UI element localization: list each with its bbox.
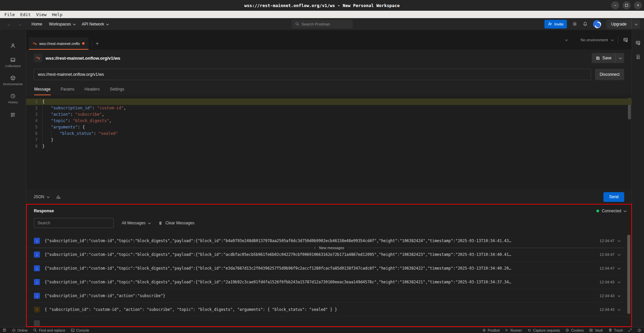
- statusbar-find-and-replace[interactable]: Find and replace: [33, 328, 65, 332]
- connected-dot: [596, 210, 599, 212]
- global-search-input[interactable]: Search Postman: [292, 20, 353, 29]
- new-messages-divider[interactable]: ↑New messages: [27, 245, 631, 250]
- statusbar-online[interactable]: Online: [12, 328, 27, 332]
- line-number: 3: [26, 111, 42, 118]
- chevron-down-icon: [73, 22, 75, 25]
- save-button[interactable]: Save: [592, 53, 624, 63]
- statusbar-runner[interactable]: Runner: [505, 328, 522, 332]
- apps-icon: [10, 112, 15, 117]
- chevron-down-icon: [611, 38, 613, 41]
- response-title: Response: [34, 209, 54, 213]
- statusbar-expand[interactable]: [628, 328, 632, 332]
- sidebar-item-collections[interactable]: Collections: [0, 55, 26, 70]
- expand-icon: [628, 328, 632, 332]
- tab-params[interactable]: Params: [61, 87, 74, 95]
- save-dropdown[interactable]: [616, 53, 624, 63]
- menu-item[interactable]: File: [2, 12, 17, 17]
- tab-strip: wss://rest-mainnet.onflo + No environmen…: [26, 30, 632, 50]
- upgrade-button[interactable]: Upgrade: [606, 19, 640, 29]
- arrow-down-icon: ↓: [34, 293, 40, 299]
- environment-quick-look-icon[interactable]: [623, 37, 628, 43]
- beautify-icon[interactable]: [56, 195, 61, 200]
- environment-selector[interactable]: No environment: [581, 38, 613, 42]
- statusbar-cookies[interactable]: Cookies: [565, 328, 584, 332]
- gear-icon[interactable]: [572, 21, 577, 26]
- invite-button[interactable]: Invite: [544, 20, 567, 29]
- upgrade-dropdown[interactable]: [631, 19, 640, 29]
- forward-icon[interactable]: →: [14, 21, 25, 27]
- sidebar-item-user[interactable]: [0, 40, 26, 52]
- tab-list-chevron-icon[interactable]: [565, 38, 568, 41]
- disconnect-button[interactable]: Disconnect: [595, 69, 624, 80]
- app-header: ← → Home Workspaces API Network Search P…: [0, 18, 644, 30]
- editor-line[interactable]: 7}: [26, 137, 632, 143]
- environment-quick-look-icon[interactable]: [635, 40, 641, 46]
- menu-item[interactable]: Help: [50, 12, 65, 17]
- websocket-icon: [36, 56, 40, 60]
- chevron-down-icon[interactable]: [618, 267, 620, 269]
- message-type-select[interactable]: JSON: [34, 195, 49, 199]
- editor-line[interactable]: 4"topic": "block_digests",: [26, 118, 632, 124]
- online-icon: [12, 328, 16, 332]
- url-input[interactable]: [34, 69, 591, 80]
- received-message-row[interactable]: ↓{"subscription_id":"custom-id","action"…: [27, 289, 631, 303]
- sent-message-row[interactable]: ↑{ "subscription_id": "custom-id", "acti…: [27, 303, 631, 317]
- send-button[interactable]: Send: [603, 192, 624, 202]
- person-plus-icon: [548, 22, 552, 26]
- message-time: 12:34:43: [599, 308, 620, 312]
- help-icon: [637, 328, 641, 332]
- nav-home[interactable]: Home: [32, 22, 42, 26]
- editor-line[interactable]: 3"action": "subscribe",: [26, 111, 632, 118]
- maximize-button[interactable]: [623, 1, 631, 9]
- chevron-down-icon[interactable]: [618, 308, 620, 311]
- back-icon[interactable]: ←: [4, 21, 14, 27]
- statusbar-help[interactable]: [637, 328, 641, 332]
- minimize-button[interactable]: −: [611, 1, 619, 9]
- statusbar-console[interactable]: Console: [71, 328, 90, 332]
- postbot-icon: [482, 328, 486, 332]
- statusbar-postbot[interactable]: Postbot: [482, 328, 500, 332]
- statusbar-capture-requests[interactable]: Capture requests: [527, 328, 560, 332]
- nav-api-network[interactable]: API Network: [82, 22, 108, 26]
- connection-status[interactable]: Connected: [596, 209, 626, 213]
- statusbar-trash[interactable]: Trash: [608, 328, 623, 332]
- response-search-input[interactable]: [34, 218, 114, 228]
- editor-line[interactable]: 6"block_status": "sealed": [26, 130, 632, 137]
- tab-message[interactable]: Message: [34, 87, 51, 95]
- received-message-row[interactable]: ↓{"subscription_id":"custom-id","topic":…: [27, 275, 631, 289]
- message-editor[interactable]: 1{2"subscription_id": "custom-id",3"acti…: [26, 95, 632, 190]
- menu-item[interactable]: Edit: [18, 12, 33, 17]
- nav-workspaces[interactable]: Workspaces: [49, 22, 75, 26]
- request-tab[interactable]: wss://rest-mainnet.onflo: [29, 38, 89, 50]
- new-tab-button[interactable]: +: [96, 40, 99, 47]
- tab-headers[interactable]: Headers: [84, 87, 100, 95]
- chevron-down-icon: [624, 209, 626, 212]
- editor-line[interactable]: 8}: [26, 143, 632, 150]
- tab-settings[interactable]: Settings: [110, 87, 124, 95]
- received-message-row[interactable]: ↓{"subscription_id":"custom-id","topic":…: [27, 262, 631, 275]
- avatar[interactable]: [593, 20, 601, 28]
- menu-item[interactable]: View: [34, 12, 49, 17]
- sidebar-item-apps[interactable]: [0, 109, 26, 121]
- editor-line[interactable]: 2"subscription_id": "custom-id",: [26, 105, 632, 111]
- search-placeholder: Search Postman: [302, 22, 330, 26]
- editor-line[interactable]: 1{: [26, 99, 632, 105]
- chevron-down-icon[interactable]: [618, 294, 620, 297]
- message-filter-select[interactable]: All Messages: [122, 221, 150, 225]
- received-message-row[interactable]: [27, 317, 631, 326]
- status-badge: Connected: [602, 209, 621, 213]
- clear-messages-button[interactable]: Clear Messages: [158, 221, 194, 225]
- close-button[interactable]: ×: [634, 1, 642, 9]
- bell-icon[interactable]: [583, 21, 588, 26]
- chevron-down-icon[interactable]: [618, 253, 620, 256]
- sidebar-item-history[interactable]: History: [0, 91, 26, 106]
- statusbar-vault[interactable]: Vault: [589, 328, 602, 332]
- trash-icon: [158, 221, 163, 225]
- line-number: 6: [26, 130, 42, 137]
- statusbar-grid[interactable]: [3, 328, 6, 332]
- documentation-icon[interactable]: [636, 54, 641, 59]
- sidebar-item-environments[interactable]: Environments: [0, 73, 26, 88]
- chevron-down-icon[interactable]: [618, 239, 620, 242]
- chevron-down-icon[interactable]: [618, 280, 620, 283]
- editor-line[interactable]: 5"arguments": {: [26, 124, 632, 130]
